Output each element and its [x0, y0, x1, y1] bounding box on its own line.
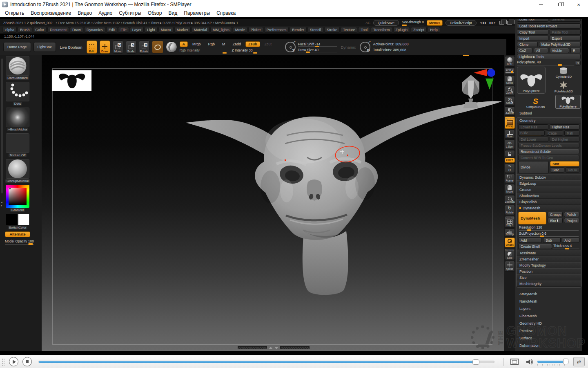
zbrush-menu-movie[interactable]: Movie — [233, 27, 247, 33]
section-zremesher[interactable]: ZRemesher — [517, 256, 581, 262]
quicksave-button[interactable]: QuickSave — [373, 20, 399, 26]
all-button[interactable]: All — [534, 48, 548, 53]
section-claypolish[interactable]: ClayPolish — [517, 199, 581, 205]
polish-button[interactable]: Polish — [564, 212, 579, 217]
m-button[interactable]: M — [219, 41, 228, 47]
zbrush-menu-draw[interactable]: Draw — [70, 27, 83, 33]
section-deformation[interactable]: Deformation — [515, 342, 582, 349]
zbrush-menu-document[interactable]: Document — [47, 27, 69, 33]
zbrush-menu-stroke[interactable]: Stroke — [324, 27, 340, 33]
reconstruct-subdiv-button[interactable]: Reconstruct Subdiv — [518, 149, 579, 154]
del-lower-button[interactable]: Del Lower — [518, 137, 548, 142]
subprojection-slider[interactable]: SubProjection 0.6 — [519, 231, 579, 237]
zbrush-menu-stencil[interactable]: Stencil — [307, 27, 323, 33]
secondary-color-swatch[interactable] — [18, 214, 29, 225]
sdiv-slider-track[interactable] — [520, 135, 543, 136]
dynamesh-header[interactable]: DynaMesh — [517, 205, 581, 211]
strip-item-button[interactable] — [505, 164, 515, 173]
dynamesh-button[interactable]: DynaMesh — [518, 212, 546, 224]
section-position[interactable]: Position — [517, 268, 581, 274]
strip-zoom-button[interactable]: Zoom — [505, 86, 515, 95]
menubar-item-item[interactable]: Параметры — [180, 9, 213, 17]
section-layers[interactable]: Layers — [515, 305, 582, 312]
cage-button[interactable]: Cage — [546, 130, 563, 136]
toolbar-grip[interactable] — [2, 358, 5, 366]
scale-button[interactable]: SScale — [126, 40, 136, 54]
project-button[interactable]: Project — [564, 218, 579, 223]
zsub-button[interactable]: Zsub — [245, 41, 260, 47]
zbrush-menu-help[interactable]: Help — [428, 27, 440, 33]
section-crease[interactable]: Crease — [517, 186, 581, 193]
seek-bar[interactable] — [38, 361, 494, 363]
paste-tool-button[interactable]: Paste Tool — [550, 29, 581, 35]
zbrush-menu-tool[interactable]: Tool — [358, 27, 370, 33]
zadd-button[interactable]: Zadd — [230, 41, 244, 47]
section-meshintegrity[interactable]: MeshIntegrity — [517, 280, 581, 287]
visible-button[interactable]: Visible — [550, 48, 570, 53]
zbrush-menu-layer[interactable]: Layer — [130, 27, 144, 33]
resolution-slider[interactable]: Resolution 128 — [519, 225, 579, 231]
edit-button[interactable]: Edit — [87, 40, 97, 54]
strip-transp-button[interactable]: Transp — [505, 229, 515, 237]
strip-gxyz-button[interactable]: GXYZ — [505, 158, 515, 163]
zbrush-menu-texture[interactable]: Texture — [341, 27, 358, 33]
strip-floor-button[interactable]: Floor — [505, 130, 515, 139]
seek-handle[interactable] — [472, 359, 479, 365]
cylinder3d-tool[interactable]: Cylinder3D — [556, 67, 572, 79]
stop-button[interactable] — [22, 357, 32, 366]
section-nanomesh[interactable]: NanoMesh — [515, 298, 582, 305]
zbrush-menu-transform[interactable]: Transform — [371, 27, 392, 33]
r-button[interactable]: R — [575, 61, 581, 65]
z-intensity-slider[interactable]: Z Intensity 33 — [232, 48, 283, 53]
zbrush-menu-dynamics[interactable]: Dynamics — [84, 27, 105, 33]
copy-tool-button[interactable]: Copy Tool — [517, 29, 548, 35]
strip-frame-button[interactable]: Frame — [505, 174, 515, 183]
shelf-item-model-opacity-100[interactable]: Model Opacity 100 — [5, 239, 30, 245]
strip-aahalf-button[interactable]: AAHalf — [505, 106, 515, 116]
geometry-header[interactable]: Geometry — [517, 117, 581, 123]
saturation-square[interactable] — [9, 188, 27, 205]
sculpt-canvas[interactable] — [42, 55, 504, 351]
polymesh3d-tool[interactable]: PolyMesh3D — [555, 81, 573, 93]
divide-button[interactable]: Divide — [518, 161, 549, 173]
section-edgeloop[interactable]: EdgeLoop — [517, 180, 581, 186]
dynamic-toggle[interactable]: Dynamic — [339, 45, 358, 49]
main-color-swatch[interactable] — [6, 214, 17, 225]
zbrush-menu-render[interactable]: Render — [290, 27, 307, 33]
default-zscript-button[interactable]: DefaultZScript — [445, 20, 477, 26]
blur-button[interactable]: Blur — [548, 218, 563, 223]
cascade-windows-icon[interactable] — [499, 21, 504, 25]
lower-res-button[interactable]: Lower Res — [518, 124, 548, 130]
video-area[interactable]: ZBrush 2021.1.2 quickstart_002 ▪ Free Me… — [0, 17, 588, 355]
section-masking[interactable]: Masking — [515, 349, 582, 351]
menubar-item-item[interactable]: Воспроизведение — [27, 9, 74, 17]
section-geometry-hd[interactable]: Geometry HD — [515, 320, 582, 327]
strip-move-button[interactable]: Move — [505, 184, 515, 194]
menubar-item-item[interactable]: Субтитры — [116, 9, 145, 17]
thickness-slider[interactable]: Thickness 4 — [553, 244, 579, 249]
loop-button[interactable]: ⇄ — [573, 357, 585, 366]
lightbox-tools-button[interactable]: Lightbox►Tools — [517, 54, 581, 59]
draw-size-dial-icon[interactable]: D — [360, 42, 370, 52]
shelf-item-alternate[interactable]: Alternate — [5, 231, 30, 237]
shelf-scrollbar[interactable] — [1, 58, 3, 193]
section-size[interactable]: Size — [517, 274, 581, 280]
live-boolean-toggle[interactable]: Live Boolean — [58, 45, 84, 49]
zbrush-menu-preferences[interactable]: Preferences — [264, 27, 289, 33]
menubar-item-item[interactable]: Открыть — [2, 9, 27, 17]
shelf-item-damstandard[interactable]: DamStandard — [5, 56, 30, 80]
section-tessimate[interactable]: Tessimate — [517, 250, 581, 256]
section-shadowbox[interactable]: ShadowBox — [517, 193, 581, 199]
save-as-button[interactable]: Save As — [550, 19, 581, 22]
spix-slider[interactable] — [506, 72, 514, 73]
menubar-item-item[interactable]: Справка — [213, 9, 239, 17]
fullscreen-button[interactable] — [510, 359, 519, 365]
strip-xpose-button[interactable]: Xpose — [505, 261, 515, 272]
sdiv-button[interactable]: SDiv — [518, 130, 545, 136]
rgb-intensity-slider[interactable]: Rgb Intensity — [180, 48, 230, 53]
menubar-item-item[interactable]: Аудио — [95, 9, 116, 17]
r-button[interactable]: R — [570, 48, 581, 53]
strip-scroll-button[interactable]: Scroll — [505, 75, 515, 85]
draw-button[interactable]: Draw — [100, 40, 110, 54]
higher-res-button[interactable]: Higher Res — [550, 124, 580, 130]
